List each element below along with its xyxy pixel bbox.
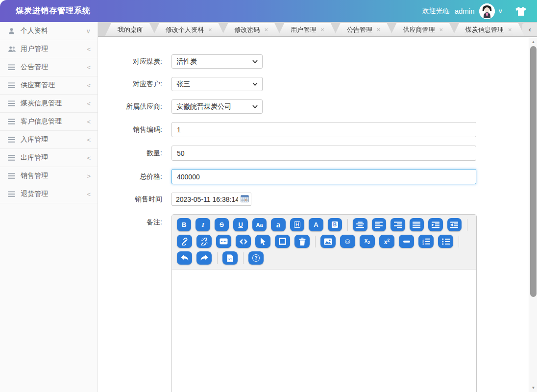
sidebar-item-0[interactable]: 个人资料∨ bbox=[0, 22, 98, 40]
superscript-icon: x2 bbox=[384, 238, 390, 245]
horizontal-rule-button[interactable] bbox=[399, 235, 414, 248]
sidebar-item-4[interactable]: 煤炭信息管理< bbox=[0, 95, 98, 113]
emoji-icon: ☺ bbox=[343, 237, 351, 246]
subscript-icon: x2 bbox=[365, 237, 370, 245]
tab-scroll-left-button[interactable]: ‹ bbox=[525, 25, 536, 33]
editor-body[interactable] bbox=[172, 270, 476, 392]
sidebar-item-3[interactable]: 供应商管理< bbox=[0, 76, 98, 95]
trash-icon bbox=[299, 238, 306, 245]
quantity-input[interactable] bbox=[171, 146, 476, 161]
align-justify-button[interactable] bbox=[410, 218, 424, 231]
font-size-button[interactable]: Aa bbox=[252, 218, 267, 231]
tab-0[interactable]: 我的桌面 bbox=[105, 23, 156, 36]
content-panel: 对应煤炭: 活性炭 对应客户: 张三 所属供应商: 安徽皖晋煤炭公司 销售编码:… bbox=[98, 38, 529, 392]
font-family-button[interactable]: a bbox=[271, 218, 285, 231]
sidebar-item-2[interactable]: 公告管理< bbox=[0, 58, 98, 76]
superscript-button[interactable]: x2 bbox=[379, 235, 394, 248]
rectangle-button[interactable] bbox=[275, 235, 290, 248]
align-left-icon bbox=[375, 221, 383, 228]
scrollbar-thumb[interactable] bbox=[530, 46, 537, 297]
outdent-button[interactable] bbox=[447, 218, 462, 231]
highlight-color-button[interactable]: B bbox=[328, 218, 342, 231]
indent-icon bbox=[432, 221, 439, 228]
toolbar-divider bbox=[243, 252, 244, 264]
coal-select[interactable]: 活性炭 bbox=[171, 54, 263, 69]
indent-button[interactable] bbox=[428, 218, 442, 231]
underline-button[interactable]: U bbox=[233, 218, 247, 231]
sidebar-item-5[interactable]: 客户信息管理< bbox=[0, 113, 98, 131]
undo-button[interactable] bbox=[177, 251, 192, 265]
code-icon bbox=[240, 239, 247, 245]
tab-close-icon[interactable]: × bbox=[320, 26, 324, 33]
sidebar-item-8[interactable]: 销售管理> bbox=[0, 167, 98, 185]
remark-label: 备注: bbox=[98, 214, 171, 227]
sidebar-item-7[interactable]: 出库管理< bbox=[0, 149, 98, 167]
align-right-button[interactable] bbox=[391, 218, 405, 231]
sidebar-item-6[interactable]: 入库管理< bbox=[0, 131, 98, 149]
source-code-button[interactable] bbox=[222, 251, 238, 265]
tab-close-icon[interactable]: × bbox=[208, 26, 212, 33]
cursor-icon bbox=[260, 238, 267, 245]
sidebar-item-1[interactable]: 用户管理< bbox=[0, 40, 98, 58]
select-chevron-icon bbox=[252, 60, 258, 63]
link-button[interactable] bbox=[177, 235, 192, 248]
calendar-icon[interactable] bbox=[241, 195, 249, 202]
toolbar-divider bbox=[459, 236, 459, 247]
image-icon bbox=[324, 238, 332, 245]
image-button[interactable] bbox=[320, 235, 336, 248]
toolbar-divider bbox=[315, 236, 316, 247]
scroll-up-icon[interactable]: ▲ bbox=[529, 38, 537, 46]
total-price-input[interactable] bbox=[171, 169, 476, 184]
tshirt-icon[interactable] bbox=[515, 7, 526, 16]
italic-button[interactable]: I bbox=[195, 218, 210, 231]
heading-button[interactable]: H bbox=[290, 218, 304, 231]
bold-button[interactable]: B bbox=[177, 218, 191, 231]
font-color-button[interactable]: A bbox=[309, 218, 323, 231]
sidebar-item-9[interactable]: 退货管理< bbox=[0, 185, 98, 203]
align-justify-icon bbox=[413, 221, 420, 228]
horizontal-rule-icon bbox=[403, 241, 410, 243]
tab-6[interactable]: 煤炭信息管理× bbox=[453, 23, 525, 36]
strikethrough-icon: S bbox=[220, 221, 224, 228]
chevron-down-icon[interactable]: ∨ bbox=[498, 7, 503, 15]
redo-button[interactable] bbox=[196, 251, 212, 265]
cursor-button[interactable] bbox=[255, 235, 270, 248]
tab-close-icon[interactable]: × bbox=[439, 26, 443, 33]
tab-1[interactable]: 修改个人资料× bbox=[153, 23, 225, 36]
avatar[interactable] bbox=[479, 3, 495, 19]
customer-select[interactable]: 张三 bbox=[171, 77, 263, 91]
unordered-list-button[interactable] bbox=[438, 235, 453, 248]
tab-2[interactable]: 修改密码× bbox=[222, 23, 281, 36]
ordered-list-button[interactable]: 123 bbox=[418, 235, 434, 248]
tab-close-icon[interactable]: × bbox=[508, 26, 512, 33]
menu-icon bbox=[8, 155, 18, 161]
sale-code-input[interactable] bbox=[171, 122, 476, 137]
menu-icon bbox=[8, 173, 18, 179]
toolbar-divider bbox=[347, 219, 348, 231]
scroll-down-icon[interactable]: ▼ bbox=[529, 384, 537, 392]
vertical-scrollbar[interactable]: ▲ ▼ bbox=[529, 38, 537, 392]
tab-5[interactable]: 供应商管理× bbox=[390, 23, 456, 36]
outdent-icon bbox=[450, 221, 458, 228]
align-left-button[interactable] bbox=[372, 218, 386, 231]
subscript-button[interactable]: x2 bbox=[360, 235, 375, 248]
help-button[interactable]: ? bbox=[248, 251, 264, 265]
trash-button[interactable] bbox=[294, 235, 310, 248]
tab-3[interactable]: 用户管理× bbox=[278, 23, 337, 36]
tab-4[interactable]: 公告管理× bbox=[334, 23, 393, 36]
total-price-label: 总价格: bbox=[98, 172, 171, 181]
unlink-button[interactable] bbox=[196, 235, 212, 248]
code-button[interactable] bbox=[236, 235, 251, 248]
tab-close-icon[interactable]: × bbox=[265, 26, 268, 33]
align-center-button[interactable] bbox=[353, 218, 367, 231]
sale-time-input[interactable] bbox=[171, 193, 251, 206]
textbox-icon bbox=[220, 238, 228, 245]
textbox-button[interactable] bbox=[216, 235, 231, 248]
emoji-button[interactable]: ☺ bbox=[340, 235, 355, 248]
strikethrough-button[interactable]: S bbox=[215, 218, 229, 231]
supplier-select[interactable]: 安徽皖晋煤炭公司 bbox=[171, 99, 263, 114]
tab-close-icon[interactable]: × bbox=[377, 26, 381, 33]
underline-icon: U bbox=[238, 221, 243, 228]
menu-icon bbox=[8, 64, 18, 70]
heading-icon: H bbox=[294, 221, 300, 228]
